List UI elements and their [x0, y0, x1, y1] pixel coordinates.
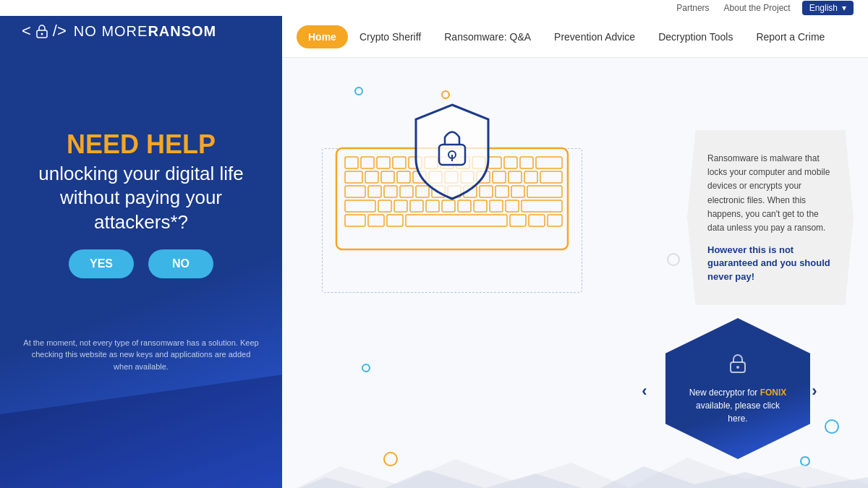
- svg-rect-42: [378, 200, 391, 212]
- nav-bar: Home Crypto Sheriff Ransomware: Q&A Prev…: [282, 16, 868, 58]
- hero-subtitle: unlocking your digital life without payi…: [22, 162, 260, 235]
- svg-rect-41: [345, 200, 375, 212]
- svg-rect-46: [442, 200, 455, 212]
- svg-rect-33: [416, 186, 429, 197]
- circle-decoration-3: [362, 364, 370, 372]
- main-content: Ransomware is malware that locks your co…: [282, 58, 868, 488]
- svg-rect-18: [381, 171, 394, 183]
- svg-rect-12: [488, 157, 501, 168]
- info-box: Ransomware is malware that locks your co…: [687, 130, 854, 305]
- svg-rect-44: [410, 200, 423, 212]
- footer-note: At the moment, not every type of ransomw…: [22, 337, 260, 373]
- svg-rect-16: [345, 171, 362, 183]
- info-body: Ransomware is malware that locks your co…: [707, 152, 833, 235]
- nav-home[interactable]: Home: [297, 25, 348, 48]
- svg-rect-14: [520, 157, 533, 168]
- mountains-decoration: [282, 452, 868, 488]
- info-warning: However this is not guaranteed and you s…: [707, 244, 833, 283]
- nav-ransomware-qa[interactable]: Ransomware: Q&A: [433, 25, 542, 48]
- language-label: English: [809, 3, 838, 13]
- svg-rect-47: [458, 200, 471, 212]
- svg-rect-31: [384, 186, 397, 197]
- svg-rect-37: [480, 186, 493, 197]
- svg-rect-58: [548, 215, 562, 226]
- yes-button[interactable]: YES: [69, 249, 134, 278]
- decryptor-lock-icon: [726, 352, 749, 380]
- svg-rect-38: [495, 186, 509, 197]
- svg-rect-29: [345, 186, 365, 197]
- nav-decryption-tools[interactable]: Decryption Tools: [647, 25, 744, 48]
- no-button[interactable]: NO: [148, 249, 213, 278]
- svg-rect-45: [426, 200, 439, 212]
- logo-icon: < />: [22, 22, 67, 40]
- svg-rect-13: [504, 157, 517, 168]
- svg-rect-32: [400, 186, 413, 197]
- svg-rect-27: [524, 171, 537, 183]
- logo-lock-icon: [34, 23, 50, 39]
- svg-rect-6: [393, 157, 406, 168]
- svg-rect-52: [345, 215, 365, 226]
- svg-rect-57: [529, 215, 545, 226]
- left-panel: < /> NO MORERANSOM NEED HELP unlocking y…: [0, 0, 282, 488]
- logo-bold: RANSOM: [148, 23, 216, 39]
- svg-rect-25: [493, 171, 506, 183]
- svg-rect-56: [510, 215, 526, 226]
- svg-rect-50: [506, 200, 519, 212]
- partners-link[interactable]: Partners: [676, 3, 709, 13]
- svg-rect-19: [397, 171, 410, 183]
- svg-rect-54: [387, 215, 403, 226]
- nav-prevention-advice[interactable]: Prevention Advice: [542, 25, 647, 48]
- svg-rect-48: [474, 200, 487, 212]
- decryptor-brand: FONIX: [760, 388, 787, 398]
- svg-rect-43: [394, 200, 407, 212]
- svg-rect-49: [490, 200, 503, 212]
- svg-rect-5: [377, 157, 390, 168]
- left-shape: [0, 372, 282, 488]
- logo-area: < /> NO MORERANSOM: [22, 22, 216, 40]
- svg-rect-30: [368, 186, 381, 197]
- language-selector[interactable]: English ▾: [802, 1, 854, 15]
- svg-rect-55: [406, 215, 507, 226]
- svg-rect-40: [527, 186, 562, 197]
- svg-rect-28: [540, 171, 562, 183]
- logo-text: NO MORERANSOM: [74, 23, 216, 40]
- logo-normal: NO MORE: [74, 23, 148, 39]
- svg-rect-4: [361, 157, 374, 168]
- svg-point-1: [41, 33, 43, 35]
- decryptor-card[interactable]: New decryptor for FONIX available, pleas…: [665, 318, 810, 459]
- nav-crypto-sheriff[interactable]: Crypto Sheriff: [348, 25, 433, 48]
- bracket-right: />: [53, 22, 67, 40]
- nav-report-crime[interactable]: Report a Crime: [744, 25, 836, 48]
- bracket-left: <: [22, 22, 31, 40]
- decryptor-text: New decryptor for FONIX available, pleas…: [687, 386, 788, 425]
- btn-row: YES NO: [22, 249, 260, 278]
- svg-rect-51: [522, 200, 562, 212]
- circle-decoration-1: [354, 87, 363, 95]
- carousel-prev-button[interactable]: ‹: [634, 381, 655, 401]
- about-link[interactable]: About the Project: [724, 3, 791, 13]
- svg-rect-3: [345, 157, 358, 168]
- svg-rect-26: [509, 171, 522, 183]
- svg-point-63: [736, 366, 739, 369]
- svg-rect-53: [368, 215, 384, 226]
- circle-decoration-7: [825, 419, 839, 434]
- circle-decoration-6: [667, 253, 680, 266]
- need-help-heading: NEED HELP: [22, 130, 260, 159]
- svg-rect-17: [365, 171, 378, 183]
- hero-text: NEED HELP unlocking your digital life wi…: [22, 130, 260, 235]
- keyboard-illustration: [315, 98, 590, 257]
- top-bar: Partners About the Project English ▾: [0, 0, 868, 16]
- svg-rect-39: [511, 186, 524, 197]
- svg-rect-15: [536, 157, 562, 168]
- chevron-down-icon: ▾: [842, 3, 846, 13]
